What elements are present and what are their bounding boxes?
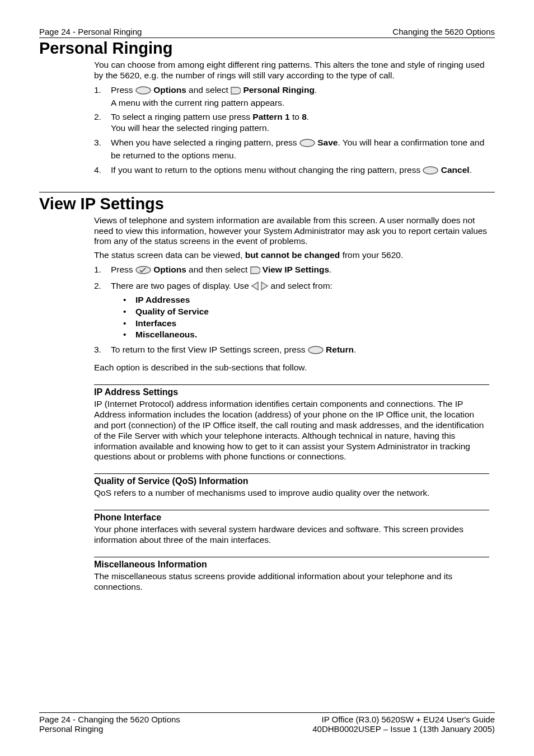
misc-info-para: The miscellaneous status screens provide…	[94, 571, 489, 593]
header-left: Page 24 - Personal Ringing	[39, 27, 142, 36]
text: .	[354, 345, 356, 354]
step-number: 1.	[94, 84, 111, 109]
step-number: 3.	[94, 137, 111, 161]
step-number: 3.	[94, 344, 111, 357]
bullet-dot: •	[123, 306, 135, 317]
vip-step-3: To return to the first View IP Settings …	[111, 344, 489, 357]
oval-button-icon	[423, 166, 438, 177]
text: If you want to return to the options men…	[111, 165, 423, 175]
oval-check-icon	[135, 266, 151, 277]
footer-left-2: Personal Ringing	[39, 724, 180, 734]
d-button-icon	[250, 266, 260, 277]
bullet-dot: •	[123, 329, 135, 340]
vip-bullets: •IP Addresses •Quality of Service •Inter…	[123, 294, 489, 340]
heading-view-ip-settings: View IP Settings	[39, 192, 495, 213]
view-ip-settings-label: View IP Settings	[260, 265, 329, 274]
options-label: Options	[151, 265, 186, 274]
vip-steps: 1. Press Options and then select View IP…	[94, 264, 489, 357]
oval-button-icon	[308, 346, 324, 357]
options-label: Options	[151, 85, 186, 95]
footer-right: IP Office (R3.0) 5620SW + EU24 User's Gu…	[312, 715, 495, 734]
text: When you have selected a ringing pattern…	[111, 138, 299, 147]
text: To return to the first View IP Settings …	[111, 345, 308, 354]
pattern-1-label: Pattern 1	[252, 112, 289, 121]
footer-right-1: IP Office (R3.0) 5620SW + EU24 User's Gu…	[312, 715, 495, 724]
bullet-dot: •	[123, 318, 135, 329]
sub-ip-address-settings: IP Address Settings	[94, 384, 489, 397]
footer-left: Page 24 - Changing the 5620 Options Pers…	[39, 715, 180, 734]
sub-misc-info: Miscellaneous Information	[94, 557, 489, 570]
text: and then select	[186, 265, 250, 274]
left-right-arrows-icon	[251, 281, 268, 293]
oval-button-icon	[299, 139, 315, 150]
text: to	[290, 112, 302, 121]
text: .	[315, 85, 317, 95]
text: from your 5620.	[340, 250, 403, 260]
ip-address-para: IP (Internet Protocol) address informati…	[94, 399, 489, 462]
personal-ringing-label: Personal Ringing	[241, 85, 315, 95]
text: .	[307, 112, 309, 121]
d-button-icon	[231, 86, 241, 97]
bullet-qos: Quality of Service	[135, 306, 209, 317]
bullet-ip-addresses: IP Addresses	[135, 294, 190, 306]
sub-qos: Quality of Service (QoS) Information	[94, 473, 489, 486]
oval-button-icon	[135, 86, 151, 97]
sub-phone-interface: Phone Interface	[94, 510, 489, 523]
pr-step-2: To select a ringing pattern use press Pa…	[111, 111, 489, 134]
text: There are two pages of display. Use	[111, 281, 251, 290]
pr-step-3: When you have selected a ringing pattern…	[111, 137, 489, 161]
cancel-label: Cancel	[438, 165, 469, 175]
heading-personal-ringing: Personal Ringing	[39, 39, 495, 58]
running-header: Page 24 - Personal Ringing Changing the …	[39, 27, 495, 38]
text: To select a ringing pattern use press	[111, 112, 252, 121]
text: A menu with the current ring pattern app…	[111, 98, 284, 107]
header-right: Changing the 5620 Options	[392, 27, 495, 36]
vip-status: The status screen data can be viewed, bu…	[94, 250, 489, 261]
step-number: 2.	[94, 111, 111, 134]
phone-interface-para: Your phone interfaces with several syste…	[94, 524, 489, 546]
step-number: 1.	[94, 264, 111, 277]
step-number: 4.	[94, 165, 111, 177]
text: Press	[111, 85, 135, 95]
text: and select from:	[268, 281, 332, 290]
vip-step-2: There are two pages of display. Use and …	[111, 280, 489, 341]
vip-step-1: Press Options and then select View IP Se…	[111, 264, 489, 277]
vip-each: Each option is described in the sub-sect…	[94, 363, 489, 373]
footer-right-2: 40DHB0002USEP – Issue 1 (13th January 20…	[312, 724, 495, 734]
pr-intro: You can choose from among eight differen…	[94, 60, 489, 81]
pr-step-1: Press Options and select Personal Ringin…	[111, 84, 489, 109]
eight-label: 8	[302, 112, 307, 121]
bullet-dot: •	[123, 294, 135, 306]
running-footer: Page 24 - Changing the 5620 Options Pers…	[39, 712, 495, 734]
save-label: Save	[315, 138, 338, 147]
bullet-misc: Miscellaneous.	[135, 329, 197, 340]
vip-intro: Views of telephone and system informatio…	[94, 215, 489, 247]
text: .	[329, 265, 331, 274]
return-label: Return	[324, 345, 354, 354]
text: and select	[186, 85, 231, 95]
qos-para: QoS refers to a number of mechanisms use…	[94, 488, 489, 499]
footer-left-1: Page 24 - Changing the 5620 Options	[39, 715, 180, 724]
text: Press	[111, 265, 135, 274]
bold-text: but cannot be changed	[245, 250, 340, 260]
pr-step-4: If you want to return to the options men…	[111, 165, 489, 177]
text: You will hear the selected ringing patte…	[111, 123, 269, 133]
pr-steps: 1. Press Options and select Personal Rin…	[94, 84, 489, 177]
text: The status screen data can be viewed,	[94, 250, 245, 260]
bullet-interfaces: Interfaces	[135, 318, 176, 329]
text: .	[470, 165, 472, 175]
step-number: 2.	[94, 280, 111, 341]
